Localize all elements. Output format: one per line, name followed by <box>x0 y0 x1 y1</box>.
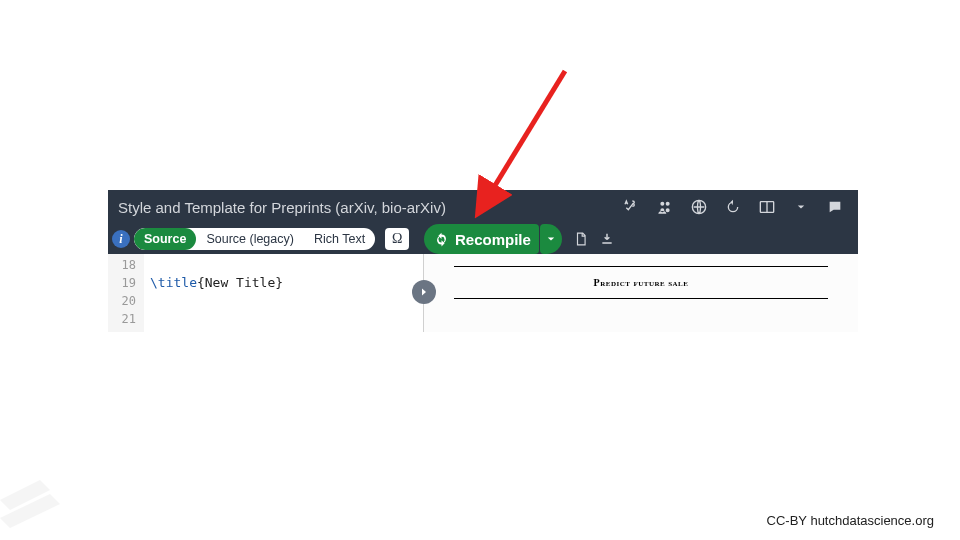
pdf-title: Predict future sale <box>446 271 837 294</box>
pdf-preview[interactable]: Predict future sale <box>424 254 858 332</box>
line-gutter: 18 19 20 21 <box>108 254 144 332</box>
attribution: CC-BY hutchdatascience.org <box>767 513 934 528</box>
publish-icon[interactable] <box>682 190 716 224</box>
titlebar-icons <box>614 190 852 224</box>
history-icon[interactable] <box>716 190 750 224</box>
refresh-icon <box>434 232 449 247</box>
editor-panes: 18 19 20 21 \title{New Title} Predict fu… <box>108 254 858 332</box>
layout-icon[interactable] <box>750 190 784 224</box>
corner-decoration <box>0 480 76 540</box>
recompile-button[interactable]: Recompile <box>424 224 539 254</box>
recompile-dropdown[interactable] <box>540 224 562 254</box>
left-tools: i Source Source (legacy) Rich Text Ω <box>108 224 409 254</box>
chat-icon[interactable] <box>818 190 852 224</box>
titlebar: Style and Template for Preprints (arXiv,… <box>108 190 858 224</box>
symbol-palette-button[interactable]: Ω <box>385 228 409 250</box>
recompile-label: Recompile <box>455 231 531 248</box>
spellcheck-icon[interactable] <box>614 190 648 224</box>
pane-splitter-handle[interactable] <box>412 280 436 304</box>
recompile-cluster: Recompile <box>424 224 622 254</box>
editor-mode-tabs: Source Source (legacy) Rich Text <box>134 228 375 250</box>
pdf-rule-top <box>454 266 829 267</box>
info-icon[interactable]: i <box>112 230 130 248</box>
project-title: Style and Template for Preprints (arXiv,… <box>118 199 446 216</box>
share-icon[interactable] <box>648 190 682 224</box>
code-editor[interactable]: 18 19 20 21 \title{New Title} <box>108 254 424 332</box>
tab-source-legacy[interactable]: Source (legacy) <box>196 228 304 250</box>
pdf-rule-bottom <box>454 298 829 299</box>
code-content: \title{New Title} <box>144 254 289 332</box>
tab-rich-text[interactable]: Rich Text <box>304 228 375 250</box>
logs-icon[interactable] <box>574 232 588 246</box>
overleaf-editor: Style and Template for Preprints (arXiv,… <box>108 190 858 332</box>
tab-source[interactable]: Source <box>134 228 196 250</box>
pdf-document: Predict future sale <box>446 262 837 303</box>
download-icon[interactable] <box>600 232 614 246</box>
layout-dropdown-icon[interactable] <box>784 190 818 224</box>
pdf-tools <box>562 232 622 246</box>
toolbar: i Source Source (legacy) Rich Text Ω Rec… <box>108 224 858 254</box>
